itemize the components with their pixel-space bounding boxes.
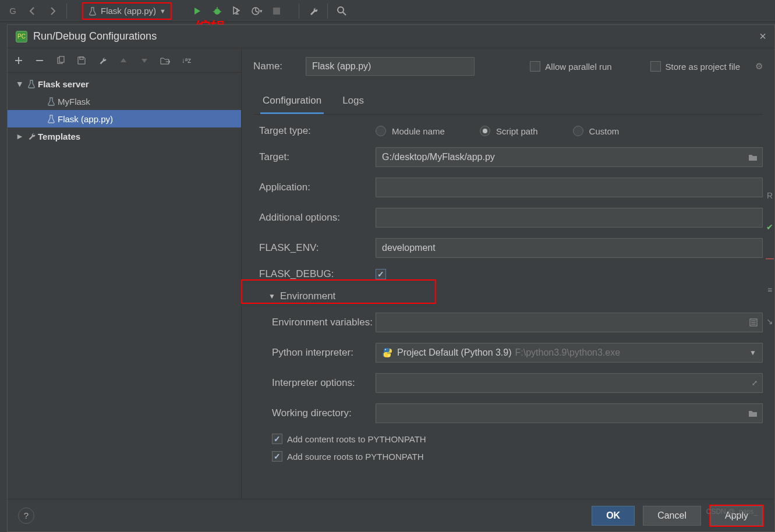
wrench-icon[interactable]	[305, 3, 321, 19]
up-icon	[117, 54, 130, 67]
search-icon[interactable]	[334, 3, 350, 19]
ok-button[interactable]: OK	[592, 506, 635, 526]
cancel-button[interactable]: Cancel	[643, 506, 701, 526]
strip-stack-icon[interactable]: ≡	[765, 284, 775, 296]
tree-item-flask-app[interactable]: Flask (app.py)	[8, 110, 241, 127]
interpreter-options-label: Interpreter options:	[259, 377, 376, 389]
application-label: Application:	[259, 182, 376, 193]
svg-point-6	[338, 7, 344, 13]
flask-env-input[interactable]: development	[376, 238, 763, 258]
interpreter-value: Project Default (Python 3.9)	[397, 347, 512, 358]
radio-script-path[interactable]: Script path	[480, 126, 538, 136]
save-icon[interactable]	[75, 54, 88, 67]
run-config-dropdown[interactable]: Flask (app.py) ▼	[82, 2, 172, 20]
copy-icon[interactable]	[54, 54, 67, 67]
svg-point-0	[214, 9, 220, 15]
run-config-label: Flask (app.py)	[101, 6, 156, 16]
help-button[interactable]: ?	[18, 508, 34, 524]
config-form-pane: Name: Allow parallel run Store as projec…	[242, 48, 774, 499]
svg-point-19	[388, 356, 390, 357]
add-icon[interactable]	[12, 54, 25, 67]
add-source-roots-checkbox[interactable]: Add source roots to PYTHONPATH	[259, 451, 763, 462]
target-value: G:/desktop/MyFlask/app.py	[382, 152, 495, 162]
right-tool-strip: R ✔ — ≡ ↘	[765, 190, 775, 327]
python-interpreter-combo[interactable]: Project Default (Python 3.9) F:\python3.…	[376, 343, 763, 363]
radio-label: Custom	[589, 126, 620, 136]
target-input[interactable]: G:/desktop/MyFlask/app.py	[376, 147, 763, 167]
run-debug-dialog: PC Run/Debug Configurations × ↓ªz ▾	[7, 24, 775, 532]
config-tabs: Configuration Logs	[253, 95, 763, 115]
svg-rect-5	[273, 8, 280, 15]
environment-section-label: Environment	[280, 290, 335, 302]
dialog-footer: ? OK Cancel Apply	[8, 499, 774, 531]
watermark: CSDN @_pass_	[706, 508, 758, 516]
python-interpreter-label: Python interpreter:	[259, 347, 376, 359]
ide-toolbar: G Flask (app.py) ▼ ▾	[0, 0, 775, 22]
strip-check-icon[interactable]: ✔	[765, 221, 775, 233]
folder-icon[interactable]	[748, 409, 758, 417]
remove-icon[interactable]	[33, 54, 46, 67]
close-icon[interactable]: ×	[759, 30, 766, 43]
run-icon[interactable]	[189, 3, 206, 19]
allow-parallel-label: Allow parallel run	[545, 62, 611, 72]
strip-r[interactable]: R	[765, 190, 775, 201]
target-type-label: Target type:	[259, 125, 376, 137]
config-tree-pane: ↓ªz ▾ Flask server MyFlask Flask (app.py…	[8, 48, 242, 499]
stop-icon	[268, 3, 285, 19]
store-project-checkbox[interactable]: Store as project file	[650, 61, 740, 72]
letter-g: G	[5, 3, 21, 19]
svg-line-7	[343, 12, 346, 15]
flask-icon	[25, 79, 38, 88]
tree-root-flask-server[interactable]: ▾ Flask server	[8, 75, 241, 93]
folder-move-icon[interactable]	[159, 54, 172, 67]
env-vars-label: Environment variables:	[259, 317, 376, 328]
forward-icon[interactable]	[44, 3, 61, 19]
working-dir-input[interactable]	[376, 403, 763, 423]
back-icon[interactable]	[24, 3, 41, 19]
list-icon[interactable]	[749, 318, 758, 327]
wrench-small-icon[interactable]	[96, 54, 109, 67]
coverage-icon[interactable]	[229, 3, 245, 19]
dialog-titlebar: PC Run/Debug Configurations ×	[8, 25, 774, 48]
expand-icon[interactable]: ⤢	[752, 379, 758, 387]
strip-arrow-icon[interactable]: ↘	[765, 315, 775, 327]
debug-icon[interactable]	[209, 3, 225, 19]
expand-icon: ▸	[15, 131, 25, 141]
name-input[interactable]	[306, 57, 475, 76]
interpreter-options-input[interactable]: ⤢	[376, 373, 763, 393]
tab-logs[interactable]: Logs	[340, 95, 366, 114]
additional-options-input[interactable]	[376, 208, 763, 228]
strip-dash[interactable]: —	[765, 253, 775, 264]
tab-configuration[interactable]: Configuration	[260, 95, 324, 114]
sort-icon[interactable]: ↓ªz	[180, 54, 193, 67]
profile-icon[interactable]: ▾	[249, 3, 265, 19]
wrench-icon	[25, 132, 38, 140]
tree-item-label: MyFlask	[58, 97, 90, 107]
tree-item-templates[interactable]: ▸ Templates	[8, 127, 241, 145]
allow-parallel-checkbox[interactable]: Allow parallel run	[530, 61, 611, 72]
application-input[interactable]	[376, 178, 763, 197]
env-vars-input[interactable]	[376, 313, 763, 332]
flask-icon	[88, 6, 97, 16]
expand-icon: ▾	[15, 79, 25, 89]
flask-icon	[45, 114, 58, 123]
name-label: Name:	[253, 61, 294, 72]
tree-item-myflask[interactable]: MyFlask	[8, 93, 241, 110]
environment-section-header[interactable]: ▼ Environment	[259, 290, 763, 302]
dialog-title: Run/Debug Configurations	[33, 30, 759, 42]
down-icon	[138, 54, 151, 67]
pycharm-icon: PC	[16, 31, 27, 42]
chevron-down-icon: ▼	[749, 349, 756, 357]
gear-icon[interactable]: ⚙	[755, 61, 763, 72]
flask-env-value: development	[382, 243, 436, 253]
chevron-down-icon: ▼	[160, 8, 166, 15]
folder-icon[interactable]	[748, 153, 758, 161]
add-content-roots-checkbox[interactable]: Add content roots to PYTHONPATH	[259, 434, 763, 444]
radio-custom[interactable]: Custom	[573, 126, 620, 136]
flask-debug-checkbox[interactable]	[376, 269, 386, 279]
radio-label: Module name	[392, 126, 445, 136]
tree-templates-label: Templates	[38, 132, 80, 141]
radio-module-name[interactable]: Module name	[376, 126, 445, 136]
svg-rect-13	[80, 57, 83, 59]
target-label: Target:	[259, 151, 376, 163]
